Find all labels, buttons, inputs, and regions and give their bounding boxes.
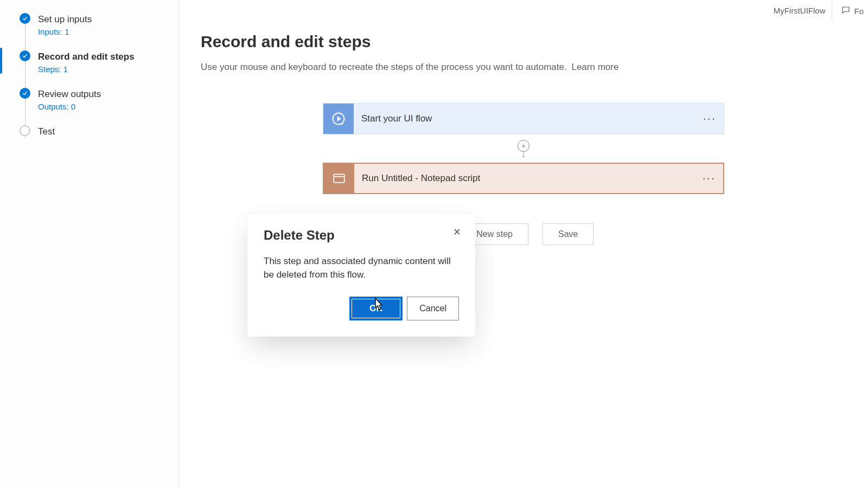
- delete-step-dialog: ✕ Delete Step This step and associated d…: [247, 214, 475, 337]
- dialog-close-button[interactable]: ✕: [450, 226, 463, 239]
- dialog-ok-button[interactable]: OK: [349, 297, 403, 320]
- page-title: Record and edit steps: [201, 33, 846, 51]
- page-description: Use your mouse and keyboard to recreate …: [201, 62, 846, 73]
- arrow-down-icon: ↓: [521, 151, 526, 157]
- save-button[interactable]: Save: [542, 223, 593, 245]
- step-menu-button[interactable]: ···: [703, 112, 724, 126]
- svg-rect-2: [334, 174, 344, 182]
- svg-marker-1: [337, 116, 341, 121]
- sidebar-item-label: Set up inputs: [38, 14, 178, 25]
- flow-step-label: Run Untitled - Notepad script: [354, 173, 703, 184]
- sidebar-item-setup-inputs[interactable]: Set up inputs Inputs: 1: [20, 10, 178, 47]
- circle-icon: [20, 125, 30, 136]
- check-icon: [20, 13, 30, 24]
- flow-step-label: Start your UI flow: [354, 113, 703, 124]
- play-record-icon: [323, 104, 354, 134]
- flow-connector: + ↓: [518, 134, 529, 163]
- flow-step-start[interactable]: Start your UI flow ···: [323, 103, 724, 134]
- wizard-sidebar: Set up inputs Inputs: 1 Record and edit …: [0, 0, 179, 488]
- sidebar-item-sublabel: Steps: 1: [38, 65, 178, 74]
- check-icon: [20, 50, 30, 61]
- page-description-text: Use your mouse and keyboard to recreate …: [201, 62, 567, 72]
- sidebar-item-record-steps[interactable]: Record and edit steps Steps: 1: [20, 47, 178, 85]
- dialog-title: Delete Step: [264, 228, 459, 243]
- window-icon: [324, 164, 354, 193]
- sidebar-item-label: Record and edit steps: [38, 52, 178, 62]
- sidebar-item-label: Test: [38, 126, 178, 137]
- dialog-body: This step and associated dynamic content…: [264, 255, 459, 281]
- check-icon: [20, 88, 30, 99]
- sidebar-item-review-outputs[interactable]: Review outputs Outputs: 0: [20, 85, 178, 122]
- learn-more-link[interactable]: Learn more: [571, 62, 618, 72]
- close-icon: ✕: [453, 226, 461, 238]
- flow-step-run-script[interactable]: Run Untitled - Notepad script ···: [323, 163, 724, 194]
- step-menu-button[interactable]: ···: [703, 171, 723, 185]
- dialog-cancel-button[interactable]: Cancel: [407, 297, 459, 320]
- sidebar-item-sublabel: Inputs: 1: [38, 27, 178, 36]
- sidebar-item-label: Review outputs: [38, 89, 178, 100]
- sidebar-item-test[interactable]: Test: [20, 122, 178, 148]
- dialog-actions: OK Cancel: [264, 297, 459, 320]
- sidebar-item-sublabel: Outputs: 0: [38, 102, 178, 111]
